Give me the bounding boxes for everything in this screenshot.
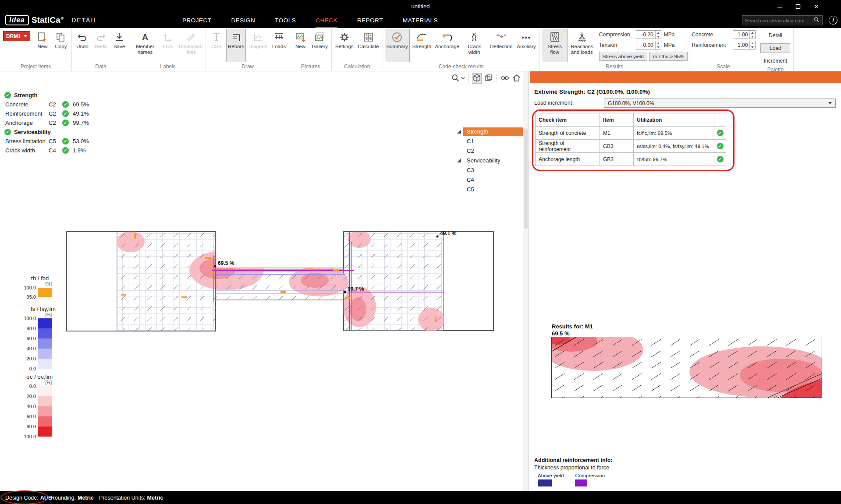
rebars-label: Rebars [228, 44, 244, 49]
results-panel: Extreme Strength: C2 (G100.0%, I100.0%) … [529, 71, 841, 491]
tension-down-arrow[interactable] [656, 45, 661, 49]
gallery-button[interactable]: Gallery [310, 29, 330, 62]
tree-item-c2[interactable]: C2 [457, 146, 523, 155]
check-summary-overlay: Strength Concrete C2 69.5% Reinforcement… [4, 91, 89, 155]
palette-increment-button[interactable]: Increment [760, 56, 790, 66]
status-rounding[interactable]: Rounding: Metric [51, 491, 94, 504]
anchorage-button[interactable]: Anchorage [434, 29, 460, 62]
legend-swatch [38, 359, 52, 369]
home-view-button[interactable] [512, 73, 522, 84]
dimension-lines-button[interactable]: Dimension lines [177, 29, 204, 62]
stress-above-yield-toggle[interactable]: Stress above yield [599, 52, 647, 61]
maximize-button[interactable] [795, 3, 802, 10]
summary-row-concrete: Concrete C2 69.5% [4, 100, 89, 109]
col-status [714, 113, 726, 127]
combination-label: C2 [49, 101, 62, 108]
front-view-button[interactable] [484, 73, 493, 84]
diagram-button[interactable]: Diagram [247, 29, 269, 62]
tree-item-serviceability[interactable]: Serviceability [457, 155, 523, 165]
legend-swatch [38, 396, 52, 406]
axonometry-view-button[interactable] [472, 73, 482, 84]
save-button[interactable]: Save [110, 29, 128, 62]
combination-label: C2 [49, 120, 62, 126]
tree-expander-icon[interactable] [457, 159, 463, 162]
redo-button[interactable]: Redo [92, 29, 110, 62]
reactions-and-loads-button[interactable]: Reactions and loads [569, 29, 595, 62]
strength-button[interactable]: Strength [411, 29, 433, 62]
menu-tools[interactable]: TOOLS [275, 13, 296, 28]
scrollbar-thumb[interactable] [524, 128, 528, 229]
main-canvas[interactable]: 49.1 % 69.5 % 99.7 % Strength Concrete C… [0, 71, 529, 491]
zoom-tool-button[interactable] [451, 73, 465, 84]
undo-button[interactable]: Undo [74, 29, 91, 62]
crack-width-button[interactable]: Crack width [461, 29, 487, 62]
new-project-item-button[interactable]: New [34, 29, 51, 62]
lcs-button[interactable]: LCS [159, 29, 177, 62]
ribbon-group-palette: Detail Load Increment Palette [757, 28, 794, 71]
tension-stepper[interactable]: 0.00 [636, 41, 661, 49]
menu-design[interactable]: DESIGN [231, 13, 255, 28]
concrete-scale-up-arrow[interactable] [750, 31, 755, 35]
pass-icon [717, 143, 724, 149]
copy-button[interactable]: Copy [52, 29, 70, 62]
member-names-button[interactable]: A Member names [132, 29, 158, 62]
legend-swatch [38, 426, 52, 437]
status-design-code[interactable]: Design Code: AUS [5, 491, 52, 504]
tree-item-strength[interactable]: Strength [457, 127, 523, 136]
minimize-button[interactable] [776, 3, 783, 10]
compression-up-arrow[interactable] [656, 31, 661, 35]
reinforcement-scale-down-arrow[interactable] [750, 45, 755, 49]
menu-project[interactable]: PROJECT [182, 13, 212, 28]
reinforcement-scale-up-arrow[interactable] [750, 41, 755, 45]
reinforcement-scale-stepper[interactable]: 1.00 [733, 41, 756, 49]
legend-swatch [38, 406, 52, 416]
product-name: DETAIL [71, 17, 98, 24]
calculate-button[interactable]: Calculate [356, 29, 381, 62]
tension-up-arrow[interactable] [656, 41, 661, 45]
tree-item-c5[interactable]: C5 [457, 184, 523, 194]
deflection-button[interactable]: Deflection [488, 29, 514, 62]
utilization-value: 49.1% [73, 110, 89, 117]
drm-selector[interactable]: DRM1 [3, 31, 30, 41]
close-button[interactable] [813, 3, 820, 10]
ribbon-group-draw: CSS Rebars Diagram Loads Draw [206, 28, 290, 71]
ribbon-group-scale: Concrete 1.00 Reinforcement 1.00 Scale [689, 28, 757, 71]
tree-expander-icon[interactable] [457, 130, 463, 134]
summary-button[interactable]: Summary [385, 29, 410, 62]
rebars-button[interactable]: Rebars [226, 29, 246, 62]
tree-item-c3[interactable]: C3 [457, 165, 523, 175]
table-row[interactable]: Strength of reinforcement GB3 εs/εs,lim:… [536, 140, 726, 153]
tb-fbu-toggle[interactable]: τb / fbu > 95% [649, 52, 688, 61]
help-info-icon[interactable] [829, 16, 837, 25]
search-icon[interactable] [813, 17, 820, 24]
stress-flow-button[interactable]: Stress flow [542, 29, 568, 62]
search-input[interactable] [745, 18, 812, 23]
menu-check[interactable]: CHECK [316, 13, 337, 28]
css-button[interactable]: CSS [208, 29, 225, 62]
auxiliary-button[interactable]: ••• Auxiliary [515, 29, 537, 62]
settings-button[interactable]: Settings [334, 29, 355, 62]
palette-detail-button[interactable]: Detail [760, 31, 790, 40]
load-increment-dropdown[interactable]: G100.0%, V100.0% [604, 99, 836, 108]
menu-materials[interactable]: MATERIALS [403, 13, 438, 28]
compression-field-row: Compression -0.20 MPa [599, 30, 688, 39]
visibility-button[interactable] [500, 73, 510, 84]
reactions-support-icon [576, 31, 588, 43]
menu-report[interactable]: REPORT [357, 13, 383, 28]
tree-item-c4[interactable]: C4 [457, 175, 523, 184]
canvas-scrollbar[interactable] [523, 71, 529, 491]
compression-down-arrow[interactable] [656, 35, 661, 39]
table-row[interactable]: Anchorage length GB3 τb/fub: 99.7% [536, 153, 726, 166]
lcs-axes-icon [163, 31, 173, 43]
concrete-scale-down-arrow[interactable] [750, 35, 755, 39]
additional-reinforcement-info: Additional reinforcement info: Thickness… [534, 457, 612, 486]
concrete-scale-stepper[interactable]: 1.00 [733, 30, 756, 39]
tree-item-c1[interactable]: C1 [457, 136, 523, 146]
status-presentation-units[interactable]: Presentation Units: Metric [99, 491, 163, 504]
table-row[interactable]: Strength of concrete M1 fc/f'c,lim: 69.5… [536, 127, 726, 140]
palette-load-button[interactable]: Load [760, 43, 790, 53]
member-result-plot[interactable] [551, 337, 822, 398]
new-picture-button[interactable]: New [292, 29, 309, 62]
loads-button[interactable]: Loads [270, 29, 288, 62]
compression-stepper[interactable]: -0.20 [636, 30, 661, 39]
